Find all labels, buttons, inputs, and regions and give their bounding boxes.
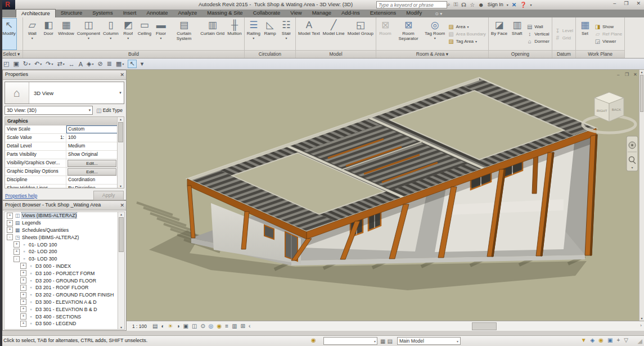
scroll-down-icon[interactable]: ▾ bbox=[118, 184, 124, 188]
panel-label-datum[interactable]: Datum bbox=[552, 50, 575, 58]
design-options-filter-icon[interactable]: ▼ bbox=[581, 337, 587, 343]
project-browser-close-icon[interactable]: ✕ bbox=[120, 201, 124, 210]
tab-view[interactable]: View bbox=[285, 9, 307, 17]
show-button[interactable]: ◨Show bbox=[595, 24, 622, 30]
panel-label-select[interactable]: Select ▾ bbox=[0, 50, 22, 58]
detail-level-icon[interactable]: ▤ bbox=[152, 323, 157, 329]
expand-icon[interactable]: + bbox=[7, 213, 13, 219]
visual-style-icon[interactable]: ◐ bbox=[161, 323, 164, 329]
synchronize-icon[interactable]: ↻▾ bbox=[23, 60, 30, 68]
expand-icon[interactable]: + bbox=[7, 220, 13, 226]
worksets-combo[interactable]: ▾ bbox=[323, 337, 377, 345]
model-group-button[interactable]: ◱Model Group bbox=[346, 18, 375, 50]
design-options-combo[interactable]: Main Model ▾ bbox=[397, 337, 461, 345]
close-button[interactable]: ✕ bbox=[636, 1, 641, 6]
curtain-grid-button[interactable]: ▥Curtain Grid bbox=[199, 18, 226, 50]
tree-scroll-down-icon[interactable]: ▾ bbox=[118, 325, 124, 329]
shaft-button[interactable]: ▥Shaft bbox=[509, 18, 525, 50]
expand-icon[interactable]: + bbox=[20, 299, 26, 305]
press-drag-icon[interactable]: + bbox=[616, 337, 620, 343]
tag-area-button[interactable]: ▨Tag Area▾ bbox=[448, 38, 485, 44]
temporary-hide-icon[interactable]: ◎ bbox=[209, 323, 214, 329]
panel-label-circulation[interactable]: Circulation bbox=[245, 50, 295, 58]
curtain-system-button[interactable]: ▤Curtain System bbox=[169, 18, 199, 50]
panel-label-build[interactable]: Build bbox=[23, 50, 244, 58]
tree-item-d3-100-porject-form[interactable]: +▫D3 100 - PORJECT FORM bbox=[4, 269, 124, 277]
view-restore-icon[interactable]: ❐ bbox=[625, 72, 629, 77]
measure-icon[interactable]: ⇄▾ bbox=[57, 60, 65, 68]
wall-button[interactable]: ▱Wall▾ bbox=[24, 18, 40, 50]
model-text-button[interactable]: AModel Text bbox=[297, 18, 321, 50]
reveal-hidden-icon[interactable]: ◉ bbox=[217, 323, 222, 329]
model-line-button[interactable]: ╱Model Line bbox=[322, 18, 346, 50]
panel-label-opening[interactable]: Opening bbox=[489, 50, 552, 58]
save-icon[interactable]: ▣ bbox=[13, 60, 19, 68]
exclude-options-icon[interactable]: ◈ bbox=[591, 337, 595, 343]
tree-item-d3-000-index[interactable]: +▫D3 000 - INDEX bbox=[4, 263, 124, 270]
constraints-icon[interactable]: ▥ bbox=[232, 323, 237, 329]
expand-icon[interactable]: + bbox=[20, 313, 26, 320]
graphic-display-options-edit-button[interactable]: Edit... bbox=[67, 168, 116, 176]
viewcube-right-face[interactable]: RIGHT bbox=[597, 109, 607, 113]
panel-label-work-plane[interactable]: Work Plane bbox=[576, 50, 624, 58]
view-minimize-icon[interactable]: – bbox=[617, 72, 620, 77]
set-button[interactable]: ▦Set bbox=[577, 18, 593, 50]
tab-systems[interactable]: Systems bbox=[87, 9, 118, 17]
tree-item-01-lod-100[interactable]: +▫01- LOD 100 bbox=[4, 241, 124, 248]
tab-extensions[interactable]: Extensions bbox=[365, 9, 401, 17]
collapse-icon[interactable]: - bbox=[7, 234, 13, 240]
tree-item-legends[interactable]: +▤Legends bbox=[4, 219, 124, 227]
shadows-icon[interactable]: ◑ bbox=[176, 323, 179, 329]
analytical-model-icon[interactable]: ≡ bbox=[225, 323, 228, 329]
canvas-scroll-down-icon[interactable]: ▾ bbox=[640, 316, 644, 320]
expand-icon[interactable]: + bbox=[13, 249, 20, 255]
help-dropdown-icon[interactable]: ▾ bbox=[530, 3, 532, 7]
clipboard-icon[interactable]: ▣ bbox=[607, 337, 613, 343]
signin-dropdown-icon[interactable]: ▾ bbox=[507, 3, 508, 7]
expand-icon[interactable]: + bbox=[20, 292, 26, 298]
tab-architecture[interactable]: Architecture bbox=[16, 9, 56, 17]
minimize-button[interactable]: – bbox=[613, 1, 616, 6]
tree-item-02-lod-200[interactable]: +▫02- LOD 200 bbox=[4, 248, 124, 255]
tab-manage[interactable]: Manage bbox=[307, 9, 336, 17]
text-icon[interactable]: A bbox=[79, 61, 83, 68]
ramp-button[interactable]: ◺Ramp bbox=[262, 18, 278, 50]
floor-button[interactable]: ▬Floor▾ bbox=[153, 18, 169, 50]
view-close-icon[interactable]: ✕ bbox=[633, 72, 637, 77]
selection-filter-icon[interactable]: ▽ bbox=[624, 337, 628, 343]
revit-app-button[interactable]: R bbox=[0, 0, 15, 10]
view-scale-button[interactable]: 1 : 100 bbox=[132, 323, 147, 329]
room-separator-button[interactable]: ⊠Room Separator bbox=[394, 18, 423, 50]
column-button[interactable]: ▯Column▾ bbox=[102, 18, 120, 50]
viewcube-back-face[interactable]: BACK bbox=[612, 108, 621, 111]
navigation-bar[interactable]: ▾ bbox=[627, 136, 638, 171]
canvas-vertical-scrollbar[interactable]: ▴▾ bbox=[639, 70, 644, 321]
section-icon[interactable]: ⊘ bbox=[98, 60, 103, 68]
property-value[interactable]: By Discipline bbox=[66, 185, 118, 188]
worksharing-status-icon[interactable]: ◉ bbox=[311, 337, 316, 343]
expand-icon[interactable]: + bbox=[20, 321, 26, 327]
help-search-input[interactable] bbox=[376, 1, 447, 8]
3d-view-model[interactable]: RIGHT BACK ▾ – ❐ ✕ bbox=[127, 70, 644, 321]
expand-icon[interactable]: + bbox=[20, 270, 26, 276]
tree-item-03-lod-300[interactable]: -▫03- LOD 300 bbox=[4, 255, 124, 263]
restore-button[interactable]: ❐ bbox=[624, 1, 628, 6]
navbar-dropdown-icon[interactable]: ▾ bbox=[631, 166, 633, 169]
properties-help-link[interactable]: Properties help bbox=[5, 193, 37, 199]
apply-button[interactable]: Apply bbox=[93, 191, 124, 200]
aligned-dimension-icon[interactable]: ↔ bbox=[69, 61, 75, 68]
canvas-vscroll-thumb[interactable] bbox=[640, 75, 643, 112]
tree-item-d3-400-sections[interactable]: +▫D3 400 - SECTIONS bbox=[4, 313, 124, 320]
tab-structure[interactable]: Structure bbox=[56, 9, 88, 17]
viewer-button[interactable]: ◲Viewer bbox=[595, 38, 622, 44]
sign-in-button[interactable]: Sign In bbox=[488, 2, 503, 7]
tab-annotate[interactable]: Annotate bbox=[141, 9, 173, 17]
tree-scrollbar[interactable]: ▴▾ bbox=[118, 212, 124, 329]
door-button[interactable]: ◧Door bbox=[40, 18, 56, 50]
properties-scrollbar[interactable]: ▴▾ bbox=[117, 117, 124, 188]
tab-insert[interactable]: Insert bbox=[118, 9, 142, 17]
component-button[interactable]: ◫Component▾ bbox=[76, 18, 101, 50]
expand-icon[interactable]: + bbox=[13, 241, 20, 248]
search-icon[interactable]: ⌕ bbox=[447, 1, 451, 8]
collapse-icon[interactable]: - bbox=[13, 256, 20, 262]
